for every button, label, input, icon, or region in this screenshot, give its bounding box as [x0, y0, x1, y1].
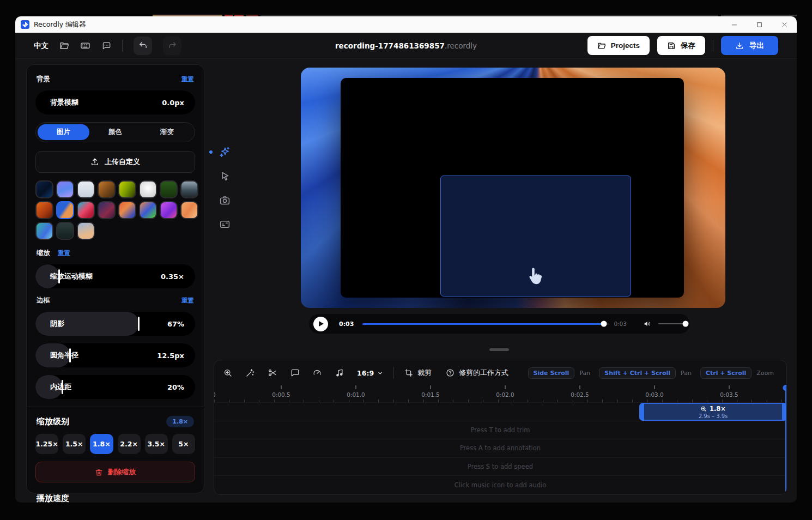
panel-resize-handle[interactable]: [489, 348, 509, 351]
timeline-zoom-in-icon[interactable]: [223, 368, 233, 378]
zoom-level-option-5×[interactable]: 5×: [172, 434, 195, 454]
delete-zoom-button[interactable]: 删除缩放: [35, 462, 195, 482]
upload-custom-button[interactable]: 上传自定义: [35, 151, 195, 173]
volume-slider[interactable]: [658, 323, 686, 325]
background-thumbnail-greenery[interactable]: [160, 180, 178, 198]
corner-radius-slider[interactable]: 圆角半径 12.5px: [35, 343, 195, 367]
timeline-lane-trim[interactable]: Press T to add trim: [214, 421, 786, 440]
zoom-segment-range: 2.9s – 3.9s: [699, 413, 728, 419]
playhead-handle[interactable]: [783, 385, 787, 391]
scissors-icon[interactable]: [268, 368, 277, 378]
background-thumbnail-soft-clouds[interactable]: [77, 222, 95, 240]
background-tab-2[interactable]: 渐变: [141, 124, 193, 140]
background-tab-0[interactable]: 图片: [38, 124, 89, 140]
undo-button[interactable]: [134, 37, 152, 55]
toolbar-divider: [122, 40, 123, 52]
card-tool[interactable]: [216, 216, 233, 232]
background-thumbnail-night-peak[interactable]: [56, 222, 74, 240]
background-blur-slider[interactable]: 背景模糊 0.0px: [35, 90, 195, 114]
background-thumbnail-sunset-blue[interactable]: [118, 201, 136, 219]
background-thumbnail-violet[interactable]: [160, 201, 178, 219]
ruler-label-0:01.0: 0:01.0: [347, 391, 365, 398]
export-button[interactable]: 导出: [721, 36, 778, 55]
ruler-label-0:00.5: 0:00.5: [272, 391, 290, 398]
cursor-tool[interactable]: [216, 168, 233, 184]
background-tab-1[interactable]: 颜色: [89, 124, 141, 140]
progress-bar[interactable]: [362, 323, 609, 325]
aspect-ratio-select[interactable]: 16:9: [357, 369, 383, 377]
background-thumbnail-prism[interactable]: [139, 201, 157, 219]
timeline-lane-speed[interactable]: Press S to add speed: [214, 458, 786, 476]
background-thumbnail-teal-rays[interactable]: [35, 222, 53, 240]
background-thumbnail-big-sur[interactable]: [77, 201, 95, 219]
background-thumbnail-ember[interactable]: [35, 201, 53, 219]
background-thumbnail-autumn[interactable]: [98, 180, 116, 198]
window-title: Recordly 编辑器: [34, 20, 86, 29]
annotation-bubble-icon[interactable]: [290, 368, 300, 378]
timeline-panel: 16:9 裁剪 修剪的工作方式 Side ScrollPanShift + Ct…: [214, 360, 787, 495]
shadow-slider[interactable]: 阴影 67%: [35, 312, 195, 336]
zoom-reset-link[interactable]: 重置: [58, 249, 70, 257]
volume-knob[interactable]: [683, 321, 689, 327]
speaker-icon[interactable]: [643, 319, 652, 328]
sparkle-icon: [218, 146, 231, 159]
ruler-label-0:02.5: 0:02.5: [571, 391, 589, 398]
camera-tool[interactable]: [216, 192, 233, 208]
maximize-button[interactable]: [747, 16, 772, 33]
background-reset-link[interactable]: 重置: [181, 75, 194, 83]
background-thumbnail-white-ripple[interactable]: [139, 180, 157, 198]
crop-button[interactable]: 裁剪: [404, 368, 432, 378]
timeline-ruler[interactable]: 0:00.00:00.50:01.00:01.50:02.00:02.50:03…: [214, 385, 786, 403]
active-tool-dot: [209, 150, 213, 154]
background-thumbnail-aurora-dark[interactable]: [35, 180, 53, 198]
duration: 0:03: [614, 321, 627, 327]
background-section-title: 背景: [37, 75, 50, 84]
background-thumbnail-sequoia[interactable]: [56, 201, 74, 219]
hand-cursor-icon: [525, 265, 546, 288]
background-thumbnail-mountain-lake[interactable]: [180, 180, 198, 198]
zoom-motion-blur-slider[interactable]: 缩放运动模糊 0.35×: [35, 264, 195, 288]
speed-gauge-icon[interactable]: [312, 368, 322, 378]
slider-handle[interactable]: [138, 317, 140, 331]
zoom-segment[interactable]: 1.8× 2.9s – 3.9s: [639, 403, 787, 421]
zoom-level-option-2.2×[interactable]: 2.2×: [118, 434, 141, 454]
zoom-effect-tool[interactable]: [216, 144, 233, 160]
preview-tool-strip: [216, 144, 233, 232]
card-icon: [219, 219, 231, 230]
music-note-icon[interactable]: [335, 368, 344, 378]
save-button[interactable]: 保存: [657, 36, 705, 55]
minimize-button[interactable]: [722, 16, 747, 33]
video-preview[interactable]: [301, 68, 725, 308]
trash-icon: [95, 468, 103, 476]
border-reset-link[interactable]: 重置: [181, 297, 194, 305]
app-window: Recordly 编辑器 中文: [15, 16, 797, 503]
zoom-region-overlay[interactable]: [440, 176, 631, 297]
progress-knob[interactable]: [601, 321, 607, 327]
trim-help-button[interactable]: 修剪的工作方式: [446, 368, 508, 378]
open-folder-icon[interactable]: [59, 41, 69, 51]
padding-slider[interactable]: 内边距 20%: [35, 375, 195, 399]
background-thumbnail-chartreuse[interactable]: [118, 180, 136, 198]
play-button[interactable]: [313, 317, 328, 331]
ruler-tick: [281, 385, 282, 389]
comment-icon[interactable]: [101, 41, 111, 51]
redo-button[interactable]: [163, 37, 181, 55]
zoom-level-option-1.5×[interactable]: 1.5×: [63, 434, 86, 454]
language-button[interactable]: 中文: [34, 41, 49, 51]
timeline-lane-audio[interactable]: Click music icon to add audio: [214, 476, 786, 494]
close-button[interactable]: [772, 16, 797, 33]
shortcut-keys-0: Side Scroll: [528, 367, 575, 379]
timeline-lane-annotation[interactable]: Press A to add annotation: [214, 439, 786, 458]
zoom-level-option-1.8×[interactable]: 1.8×: [90, 434, 113, 454]
background-thumbnail-snow[interactable]: [77, 180, 95, 198]
zoom-level-option-3.5×[interactable]: 3.5×: [145, 434, 168, 454]
background-thumbnail-purple-haze[interactable]: [56, 180, 74, 198]
playhead[interactable]: [785, 385, 786, 493]
ruler-tick: [654, 385, 655, 389]
projects-button[interactable]: Projects: [587, 36, 650, 55]
background-thumbnail-dusk[interactable]: [98, 201, 116, 219]
background-thumbnail-peach-rays[interactable]: [180, 201, 198, 219]
zoom-level-option-1.25×[interactable]: 1.25×: [35, 434, 58, 454]
keyboard-icon[interactable]: [80, 40, 90, 51]
magic-wand-icon[interactable]: [245, 368, 255, 378]
